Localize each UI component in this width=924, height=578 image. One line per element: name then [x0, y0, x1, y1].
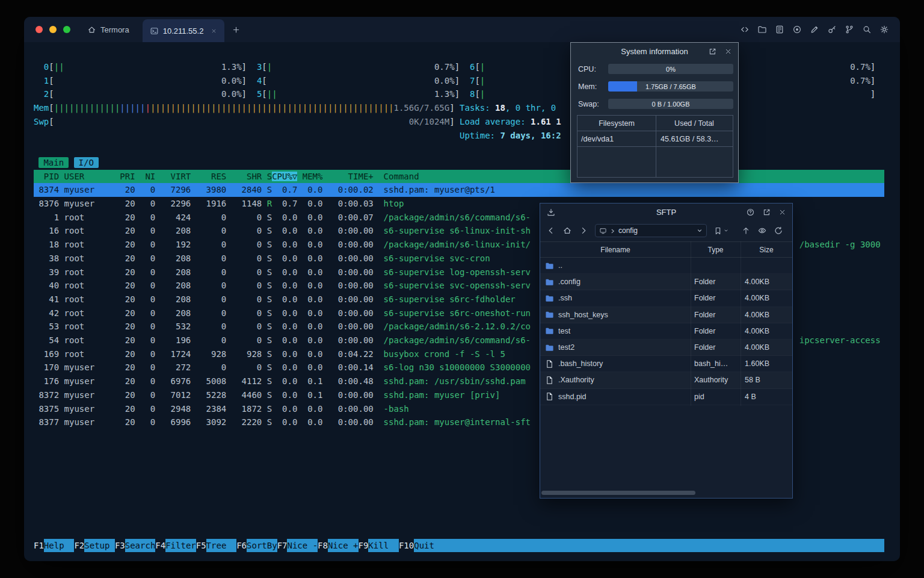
file-size: 4.00KB	[741, 327, 792, 335]
forward-icon[interactable]	[579, 226, 588, 235]
sftp-horizontal-scrollbar[interactable]	[541, 491, 791, 496]
sftp-file-row[interactable]: .configFolder4.00KB	[540, 274, 792, 290]
file-type: Folder	[691, 343, 741, 352]
sftp-toolbar: config	[540, 221, 792, 240]
home-icon[interactable]	[562, 226, 572, 235]
htop-fkey-F4[interactable]: F4Filter	[155, 539, 196, 553]
titlebar: Termora 10.211.55.2	[24, 17, 900, 42]
new-tab-button[interactable]	[232, 25, 241, 34]
file-size: 4.00KB	[741, 311, 792, 319]
terminal-icon	[150, 26, 159, 36]
search-icon[interactable]	[862, 25, 872, 34]
htop-fkey-F8[interactable]: F8Nice +	[318, 539, 358, 553]
record-icon[interactable]	[792, 25, 802, 34]
settings-gear-icon[interactable]	[879, 25, 889, 34]
file-icon	[545, 392, 554, 401]
htop-tab-io[interactable]: I/O	[74, 157, 99, 168]
htop-swap-meter-line: Swp[ 0K/1024M] Load average: 1.61 1	[34, 115, 884, 129]
cpu-usage-bar: 0%	[608, 64, 733, 74]
htop-fkey-F1[interactable]: F1Help	[34, 539, 74, 553]
folder-icon	[545, 343, 554, 352]
sftp-file-row[interactable]: ..	[540, 258, 792, 274]
size-column-header[interactable]: Size	[741, 246, 792, 254]
close-window-button[interactable]	[35, 26, 43, 33]
log-icon[interactable]	[775, 25, 784, 34]
minimize-window-button[interactable]	[49, 26, 57, 33]
chevron-right-icon	[610, 228, 615, 234]
htop-cpu-meters-line: 0[|| 1.3%] 3[| 0.7%] 6[| 0.7%]	[34, 60, 884, 74]
eye-icon[interactable]	[757, 226, 767, 235]
cpu-usage-row: CPU: 0%	[578, 64, 733, 74]
open-in-window-icon[interactable]	[762, 208, 771, 217]
file-type: bash_hi…	[691, 359, 741, 368]
folder-icon[interactable]	[757, 25, 767, 34]
htop-table-header[interactable]: PID USER PRI NI VIRT RES SHR SCPU%▽ MEM%…	[34, 170, 884, 184]
chevron-down-icon[interactable]	[697, 228, 703, 234]
help-icon[interactable]	[746, 208, 755, 217]
file-name: test	[558, 327, 570, 335]
swap-usage-row: Swap: 0 B / 1.00GB	[578, 99, 733, 109]
sftp-file-row[interactable]: sshd.pidpid4 B	[540, 389, 792, 405]
sftp-file-row[interactable]: .XauthorityXauthority58 B	[540, 372, 792, 388]
swap-label: Swap:	[578, 100, 603, 108]
filesystem-row: /dev/vda1 45.61GB / 58.3…	[578, 131, 733, 147]
scrollbar-thumb[interactable]	[541, 491, 695, 495]
filesystem-table-header: Filesystem Used / Total	[578, 116, 733, 131]
zoom-window-button[interactable]	[63, 26, 70, 33]
htop-tab-main[interactable]: Main	[38, 157, 69, 168]
close-icon[interactable]	[724, 48, 732, 55]
computer-icon	[599, 227, 607, 235]
sftp-table-header[interactable]: Filename Type Size	[540, 241, 792, 258]
code-icon[interactable]	[740, 25, 750, 34]
htop-cpu-meters-line: 1[ 0.0%] 4[ 0.0%] 7[| 0.7%]	[34, 74, 884, 88]
htop-view-tabs: Main I/O	[34, 156, 884, 170]
edit-icon[interactable]	[810, 25, 819, 34]
htop-fkey-F10[interactable]: F10Quit	[399, 539, 445, 553]
close-icon[interactable]	[778, 208, 786, 216]
key-icon[interactable]	[827, 25, 837, 34]
htop-fkey-F9[interactable]: F9Kill	[359, 539, 399, 553]
htop-fkey-F7[interactable]: F7Nice -	[277, 539, 318, 553]
titlebar-toolbar	[740, 25, 900, 34]
tab-label: Termora	[100, 25, 129, 34]
htop-fkey-F3[interactable]: F3Search	[115, 539, 155, 553]
close-tab-icon[interactable]	[211, 28, 217, 34]
filesystem-used-total: 45.61GB / 58.3…	[656, 135, 733, 143]
sftp-panel: SFTP config	[540, 203, 793, 499]
file-type: Folder	[691, 294, 741, 302]
file-name: .Xauthority	[558, 376, 594, 384]
back-icon[interactable]	[546, 226, 556, 235]
file-size: 1.60KB	[741, 359, 792, 368]
htop-fkey-F2[interactable]: F2Setup	[74, 539, 114, 553]
sftp-file-row[interactable]: testFolder4.00KB	[540, 323, 792, 340]
folder-icon	[545, 294, 554, 303]
file-size: 4.00KB	[741, 294, 792, 302]
sftp-file-row[interactable]: ssh_host_keysFolder4.00KB	[540, 307, 792, 323]
sftp-file-row[interactable]: test2Folder4.00KB	[540, 340, 792, 356]
branch-icon[interactable]	[845, 25, 854, 34]
open-in-window-icon[interactable]	[708, 47, 717, 56]
tab-termora[interactable]: Termora	[80, 17, 137, 42]
htop-fkey-F6[interactable]: F6SortBy	[236, 539, 277, 553]
up-directory-icon[interactable]	[741, 226, 751, 235]
file-name: .bash_history	[558, 359, 603, 368]
file-icon	[545, 376, 554, 385]
filename-column-header[interactable]: Filename	[540, 246, 691, 254]
traffic-lights	[24, 26, 70, 33]
htop-sort-column[interactable]: CPU%▽	[272, 172, 297, 181]
type-column-header[interactable]: Type	[691, 246, 741, 254]
refresh-icon[interactable]	[774, 226, 783, 235]
sftp-file-row[interactable]: .sshFolder4.00KB	[540, 290, 792, 306]
swap-usage-value: 0 B / 1.00GB	[608, 99, 733, 109]
htop-fkey-F5[interactable]: F5Tree	[196, 539, 236, 553]
memory-usage-bar: 1.75GB / 7.65GB	[608, 81, 733, 92]
sftp-file-row[interactable]: .bash_historybash_hi…1.60KB	[540, 356, 792, 372]
filesystem-column-header: Filesystem	[578, 119, 656, 128]
sftp-path-field[interactable]: config	[595, 224, 707, 237]
bookmarks-button[interactable]	[713, 226, 728, 235]
memory-usage-value: 1.75GB / 7.65GB	[608, 81, 733, 92]
folder-icon	[545, 326, 554, 335]
htop-process-row[interactable]: 8374 myuser 20 0 7296 3980 2840 S 0.7 0.…	[34, 183, 884, 197]
system-information-panel: System information CPU: 0% Mem: 1.75GB /…	[570, 42, 739, 183]
tab-ssh-session[interactable]: 10.211.55.2	[143, 19, 225, 42]
